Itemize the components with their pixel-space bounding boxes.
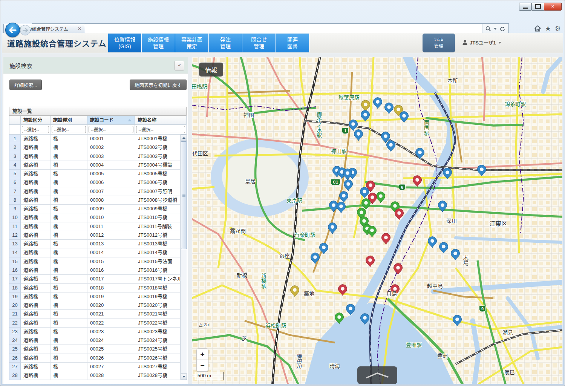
facility-cell: 14	[9, 248, 21, 257]
zoom-out-button[interactable]: −	[196, 360, 208, 372]
user-icon	[462, 40, 467, 45]
facility-table-row[interactable]: 26道路橋橋00026JTS0026号橋	[9, 354, 181, 363]
facility-cell: 16	[9, 266, 21, 275]
main-nav-tab[interactable]: 位置情報(GIS)	[108, 34, 142, 52]
filter-name-select[interactable]	[136, 126, 185, 133]
facility-table-row[interactable]: 19道路橋橋00019JTS0019号橋	[9, 292, 181, 301]
tab-close-icon[interactable]: ✕	[77, 26, 83, 31]
facility-table-row[interactable]: 23道路橋橋00023JTS0023号橋	[9, 328, 181, 336]
user-menu-caret-icon	[498, 42, 501, 44]
scroll-down-arrow[interactable]	[181, 374, 187, 380]
facility-cell: JTS0003号橋	[135, 152, 181, 161]
panel-collapse-button[interactable]: «	[175, 61, 184, 70]
map-zoom-control: + −	[196, 348, 208, 372]
app-page: 道路施設統合管理システム 位置情報(GIS)施設情報管理事業計画策定発注管理問合…	[2, 33, 563, 384]
facility-table-row[interactable]: 12道路橋橋00012JTS0012号橋	[9, 231, 181, 240]
window-close-button[interactable]: ✕	[544, 3, 562, 11]
main-nav-tab[interactable]: 事業計画策定	[175, 34, 209, 52]
user-menu[interactable]: JTSユーザ1	[462, 39, 501, 46]
facility-cell: 道路橋	[21, 292, 51, 301]
facility-cell: 00025	[87, 345, 135, 354]
filter-code-select[interactable]	[89, 126, 134, 133]
scroll-up-arrow[interactable]	[181, 135, 187, 141]
facility-cell: 道路橋	[21, 196, 51, 205]
facility-table-row[interactable]: 7道路橋橋00007JTS0007号照明	[9, 187, 181, 196]
column-header-shubetsu[interactable]: 施設種別	[51, 116, 87, 125]
facility-cell: JTS0021号橋	[135, 310, 181, 318]
facility-cell: 橋	[51, 371, 87, 380]
facility-table-row[interactable]: 13道路橋橋00013JTS0013号橋	[9, 240, 181, 248]
gis-map[interactable]: 田橋駅秋葉原駅御茶ノ水駅神田神田駅両国駅本所錦糸町駅代田区皇居東京駅霞が関有楽町…	[192, 57, 562, 384]
column-header-code[interactable]: 施設コード	[87, 116, 135, 125]
window-maximize-button[interactable]	[531, 3, 544, 11]
panel-title: 施設検索	[9, 61, 32, 69]
facility-cell: 00005	[87, 170, 135, 178]
facility-cell: 26	[9, 354, 21, 363]
main-nav-tab[interactable]: 問合せ管理	[242, 34, 276, 52]
facility-table-row[interactable]: 22道路橋橋00022JTS0022号橋	[9, 319, 181, 328]
facility-cell: JTS0025号橋	[135, 345, 181, 354]
facility-cell: 00022	[87, 319, 135, 328]
facility-cell: 道路橋	[21, 371, 51, 380]
facility-cell: 5	[9, 170, 21, 178]
facility-table-row[interactable]: 15道路橋橋00015JTS0015号法面	[9, 257, 181, 266]
facility-cell: 24	[9, 336, 21, 345]
facility-cell: JTS0016号橋	[135, 266, 181, 275]
facility-cell: 道路橋	[21, 135, 51, 143]
route-shield: C1	[331, 179, 340, 185]
facility-table-row[interactable]: 16道路橋橋00016JTS0016号橋	[9, 266, 181, 275]
back-button[interactable]	[5, 23, 20, 37]
main-nav-tab[interactable]: 関連図書	[276, 34, 309, 52]
facility-cell: JTS0010号橋	[135, 213, 181, 222]
facility-table-row[interactable]: 6道路橋橋00006JTS0006号橋	[9, 178, 181, 187]
facility-table-row[interactable]: 18道路橋橋00018JTS0018号橋	[9, 284, 181, 292]
facility-table-row[interactable]: 20道路橋橋00020JTS0020号橋	[9, 301, 181, 310]
facility-cell: 道路橋	[21, 178, 51, 187]
column-header-name[interactable]: 施設名称	[135, 116, 187, 125]
facility-cell: 15	[9, 257, 21, 266]
facility-table-row[interactable]: 27道路橋橋00027JTS0027号橋	[9, 363, 181, 371]
facility-cell: 道路橋	[21, 187, 51, 196]
facility-table-row[interactable]: 9道路橋橋00009JTS0009号橋	[9, 205, 181, 213]
main-nav-tab[interactable]: 発注管理	[209, 34, 242, 52]
facility-table-row[interactable]: 3道路橋橋00003JTS0003号橋	[9, 152, 181, 161]
filter-kubun-select[interactable]	[22, 126, 49, 133]
facility-table-row[interactable]: 1道路橋橋00001JTS0001号橋	[9, 135, 181, 143]
facility-table-row[interactable]: 25道路橋橋00025JTS0025号橋	[9, 345, 181, 354]
facility-table-row[interactable]: 2道路橋橋00002JTS0002号橋	[9, 143, 181, 152]
facility-table-row[interactable]: 11道路橋橋00011JTS0011号舗装	[9, 222, 181, 231]
map-info-button[interactable]: 情報	[199, 63, 223, 77]
facility-cell: 00008	[87, 196, 135, 205]
facility-cell: 橋	[51, 328, 87, 336]
column-header-kubun[interactable]: 施設区分	[21, 116, 51, 125]
browser-window: ✕ ★ ⚙ 道路施設統合管理システム ✕	[0, 0, 565, 386]
facility-table-row[interactable]: 8道路橋橋00008JTS0008号歩道橋	[9, 196, 181, 205]
system-admin-button[interactable]: ｼｽﾃﾑ 管理	[423, 34, 455, 52]
filter-shubetsu-select[interactable]	[52, 126, 86, 133]
scroll-thumb[interactable]	[181, 141, 187, 249]
window-titlebar[interactable]: ✕	[0, 0, 565, 11]
facility-cell: 00013	[87, 240, 135, 248]
facility-table-row[interactable]: 10道路橋橋00010JTS0010号橋	[9, 213, 181, 222]
facility-cell: 橋	[51, 170, 87, 178]
forward-button[interactable]	[20, 25, 31, 35]
reset-map-button[interactable]: 地図表示を初期に戻す	[130, 80, 187, 90]
facility-table-row[interactable]: 21道路橋橋00021JTS0021号橋	[9, 310, 181, 318]
facility-cell: 道路橋	[21, 213, 51, 222]
window-minimize-button[interactable]	[519, 3, 532, 11]
facility-table-row[interactable]: 28道路橋橋00028JTS0028号橋	[9, 371, 181, 380]
bottom-drawer-toggle[interactable]	[357, 366, 397, 384]
facility-cell: JTS0001号橋	[135, 135, 181, 143]
facility-cell: JTS0011号舗装	[135, 222, 181, 231]
facility-cell: JTS0005号橋	[135, 170, 181, 178]
table-scrollbar[interactable]	[181, 135, 187, 380]
facility-table-row[interactable]: 17道路橋橋00017JTS0017号トンネル	[9, 275, 181, 283]
facility-cell: JTS0013号橋	[135, 240, 181, 248]
facility-table-row[interactable]: 24道路橋橋00024JTS0024号橋	[9, 336, 181, 345]
facility-table-row[interactable]: 4道路橋橋00004JTS0004号標識	[9, 161, 181, 170]
facility-table-row[interactable]: 5道路橋橋00005JTS0005号橋	[9, 170, 181, 178]
facility-table-row[interactable]: 14道路橋橋00014JTS0014号橋	[9, 248, 181, 257]
main-nav-tab[interactable]: 施設情報管理	[142, 34, 175, 52]
detail-search-button[interactable]: 詳細検索...	[9, 80, 42, 90]
zoom-in-button[interactable]: +	[196, 348, 208, 360]
